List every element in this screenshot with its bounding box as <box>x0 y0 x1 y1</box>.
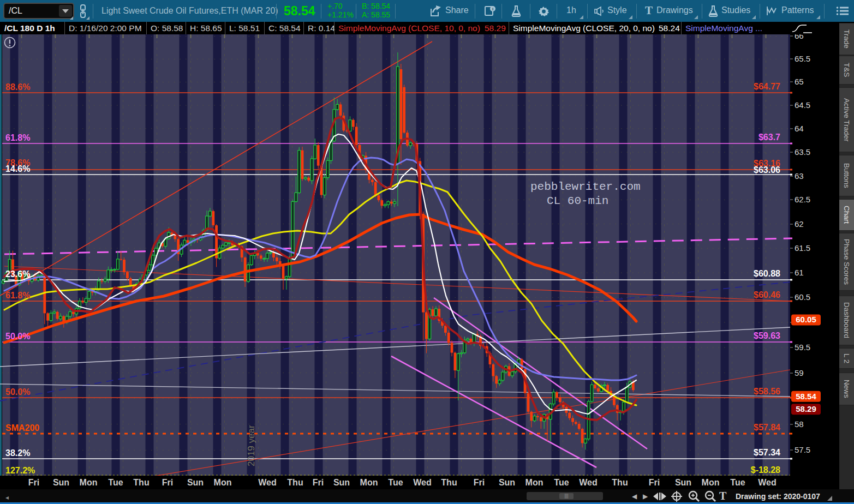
svg-text:pebblewriter.com: pebblewriter.com <box>530 181 641 193</box>
svg-text:23.6%: 23.6% <box>5 269 30 279</box>
svg-text:14.6%: 14.6% <box>5 164 30 173</box>
svg-text:60.5: 60.5 <box>795 292 810 302</box>
svg-text:65.5: 65.5 <box>795 54 810 63</box>
svg-text:i: i <box>492 7 493 11</box>
svg-text:$59.63: $59.63 <box>754 331 780 340</box>
svg-text:$57.34: $57.34 <box>754 448 780 457</box>
svg-text:$64.77: $64.77 <box>754 82 780 91</box>
svg-text:64: 64 <box>795 124 804 133</box>
svg-text:38.2%: 38.2% <box>5 448 30 458</box>
svg-text:62: 62 <box>795 219 804 229</box>
svg-text:127.2%: 127.2% <box>5 466 35 475</box>
svg-text:63: 63 <box>795 171 804 181</box>
svg-text:$63.7: $63.7 <box>759 133 780 142</box>
svg-text:SMA200: SMA200 <box>5 423 39 433</box>
svg-text:60.05: 60.05 <box>796 315 816 324</box>
svg-text:58: 58 <box>795 419 804 429</box>
svg-text:61.8%: 61.8% <box>5 133 30 142</box>
svg-text:61.8%: 61.8% <box>5 291 30 300</box>
svg-text:$60.88: $60.88 <box>754 269 780 278</box>
svg-text:65: 65 <box>795 77 804 86</box>
svg-text:$63.06: $63.06 <box>754 165 780 175</box>
svg-text:88.6%: 88.6% <box>5 82 30 92</box>
svg-text:59: 59 <box>795 368 804 377</box>
svg-text:61.5: 61.5 <box>795 243 810 253</box>
svg-text:58.54: 58.54 <box>796 392 816 401</box>
svg-text:63.5: 63.5 <box>795 147 810 157</box>
svg-text:$60.46: $60.46 <box>754 290 780 299</box>
svg-text:CL 60-min: CL 60-min <box>547 195 608 207</box>
svg-text:57.5: 57.5 <box>795 445 810 454</box>
svg-text:2019 year: 2019 year <box>246 425 256 466</box>
svg-text:58.29: 58.29 <box>796 404 816 413</box>
svg-text:$58.56: $58.56 <box>754 387 780 396</box>
svg-text:59.5: 59.5 <box>795 343 810 352</box>
svg-text:61: 61 <box>795 268 804 277</box>
svg-text:50.0%: 50.0% <box>5 332 30 341</box>
svg-text:$-18.28: $-18.28 <box>751 465 780 475</box>
svg-text:$57.84: $57.84 <box>754 423 780 432</box>
svg-text:62.5: 62.5 <box>795 195 810 204</box>
svg-text:64.5: 64.5 <box>795 100 810 110</box>
svg-text:50.0%: 50.0% <box>5 387 30 397</box>
